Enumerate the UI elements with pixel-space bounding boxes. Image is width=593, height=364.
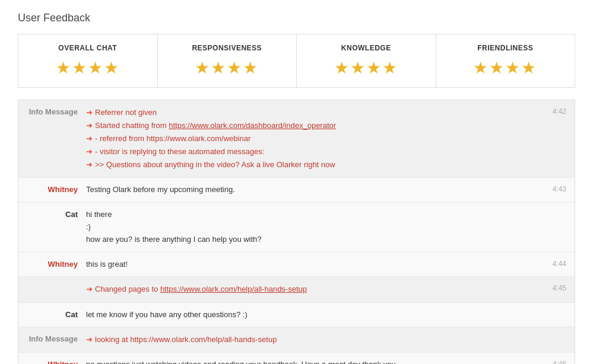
chat-sender: Whitney bbox=[27, 258, 86, 269]
chat-message-line: let me know if you have any other questi… bbox=[86, 309, 543, 321]
chat-sender bbox=[27, 283, 86, 284]
chat-message-line: no questions just watching videos and re… bbox=[86, 359, 543, 364]
star-rating: ★★★★ bbox=[164, 58, 291, 78]
rating-box: Friendliness★★★★ bbox=[436, 34, 575, 87]
chat-message-line: ➜Referrer not given bbox=[86, 106, 543, 119]
chat-row: Catlet me know if you have any other que… bbox=[18, 303, 575, 328]
chat-message-line: ➜Started chatting from https://www.olark… bbox=[86, 119, 543, 132]
arrow-icon: ➜ bbox=[86, 158, 93, 171]
chat-row: Cathi there:)how are you? is there anyth… bbox=[18, 203, 575, 252]
chat-row: ➜Changed pages to https://www.olark.com/… bbox=[18, 277, 575, 302]
chat-message-line: hi there bbox=[86, 209, 543, 221]
chat-message-line: ➜- visitor is replying to these automate… bbox=[86, 145, 543, 158]
arrow-icon: ➜ bbox=[86, 283, 93, 296]
rating-label: Overall Chat bbox=[24, 44, 151, 52]
arrow-icon: ➜ bbox=[86, 333, 93, 346]
chat-timestamp: 4:43 bbox=[543, 184, 566, 193]
chat-message-line: ➜- referred from https://www.olark.com/w… bbox=[86, 132, 543, 145]
chat-sender: Whitney bbox=[27, 359, 86, 364]
chat-sender: Info Message bbox=[27, 106, 86, 116]
rating-box: Responsiveness★★★★ bbox=[158, 34, 297, 87]
chat-timestamp: 4:46 bbox=[543, 359, 566, 364]
chat-message-line: how are you? is there anything I can hel… bbox=[86, 234, 543, 246]
chat-timestamp bbox=[543, 333, 566, 334]
chat-sender: Cat bbox=[27, 309, 86, 319]
chat-message-content: ➜Referrer not given➜Started chatting fro… bbox=[86, 106, 543, 171]
arrow-icon: ➜ bbox=[86, 119, 93, 132]
chat-message-content: hi there:)how are you? is there anything… bbox=[86, 209, 543, 245]
chat-message-content: this is great! bbox=[86, 258, 543, 271]
chat-link[interactable]: https://www.olark.com/help/all-hands-set… bbox=[160, 285, 307, 293]
chat-message-content: Testing Olark before my upcoming meeting… bbox=[86, 184, 543, 196]
chat-timestamp: 4:42 bbox=[543, 106, 566, 116]
chat-link[interactable]: https://www.olark.com/dashboard/index_op… bbox=[169, 121, 336, 130]
chat-timestamp: 4:44 bbox=[543, 258, 566, 268]
chat-message-content: ➜looking at https://www.olark.com/help/a… bbox=[86, 333, 543, 346]
ratings-container: Overall Chat★★★★Responsiveness★★★★Knowle… bbox=[18, 34, 575, 88]
chat-row: Info Message➜Referrer not given➜Started … bbox=[18, 100, 575, 178]
chat-timestamp: 4:45 bbox=[543, 283, 566, 292]
rating-label: Responsiveness bbox=[164, 44, 291, 52]
star-rating: ★★★★ bbox=[442, 58, 569, 78]
chat-message-line: ➜>> Questions about anything in the vide… bbox=[86, 158, 543, 171]
arrow-icon: ➜ bbox=[86, 145, 93, 158]
star-rating: ★★★★ bbox=[303, 58, 430, 78]
rating-label: Knowledge bbox=[303, 44, 430, 52]
arrow-icon: ➜ bbox=[86, 132, 93, 145]
chat-message-line: this is great! bbox=[86, 258, 543, 271]
arrow-icon: ➜ bbox=[86, 106, 93, 119]
chat-timestamp bbox=[543, 309, 566, 310]
rating-label: Friendliness bbox=[442, 44, 569, 52]
chat-message-line: Testing Olark before my upcoming meeting… bbox=[86, 184, 543, 196]
rating-box: Knowledge★★★★ bbox=[297, 34, 436, 87]
chat-message-content: no questions just watching videos and re… bbox=[86, 359, 543, 364]
chat-message-line: :) bbox=[86, 221, 543, 234]
chat-sender: Cat bbox=[27, 209, 86, 219]
page-container: User Feedback Overall Chat★★★★Responsive… bbox=[0, 0, 593, 364]
chat-message-line: ➜looking at https://www.olark.com/help/a… bbox=[86, 333, 543, 346]
page-title: User Feedback bbox=[18, 12, 575, 24]
chat-row: WhitneyTesting Olark before my upcoming … bbox=[18, 178, 575, 203]
chat-message-content: let me know if you have any other questi… bbox=[86, 309, 543, 321]
star-rating: ★★★★ bbox=[24, 58, 151, 78]
chat-container: Info Message➜Referrer not given➜Started … bbox=[18, 100, 575, 364]
chat-message-line: ➜Changed pages to https://www.olark.com/… bbox=[86, 283, 543, 296]
chat-row: Whitneyno questions just watching videos… bbox=[18, 353, 575, 364]
chat-sender: Info Message bbox=[27, 333, 86, 343]
chat-timestamp bbox=[543, 209, 566, 210]
chat-message-content: ➜Changed pages to https://www.olark.com/… bbox=[86, 283, 543, 296]
chat-row: Whitneythis is great!4:44 bbox=[18, 253, 575, 277]
rating-box: Overall Chat★★★★ bbox=[18, 34, 158, 87]
chat-sender: Whitney bbox=[27, 184, 86, 194]
chat-row: Info Message➜looking at https://www.olar… bbox=[18, 327, 575, 353]
